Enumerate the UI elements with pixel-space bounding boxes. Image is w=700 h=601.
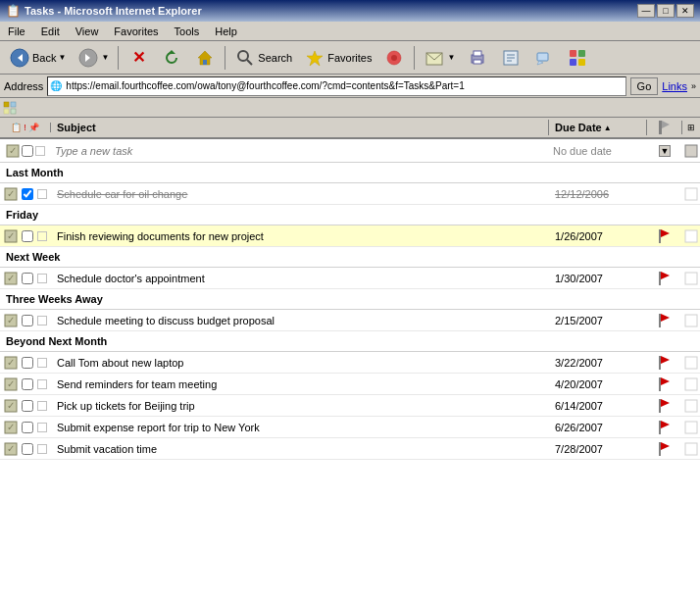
svg-rect-55 bbox=[659, 356, 661, 370]
task-checkbox[interactable] bbox=[22, 315, 33, 326]
edit-button[interactable] bbox=[495, 45, 526, 71]
new-task-extra[interactable] bbox=[682, 144, 700, 158]
forward-button[interactable]: ▼ bbox=[73, 45, 114, 71]
task-subject: Send reminders for team meeting bbox=[51, 378, 549, 390]
go-button[interactable]: Go bbox=[630, 77, 659, 95]
task-flag[interactable] bbox=[647, 421, 682, 434]
task-row[interactable]: ✓ Schedule doctor's appointment1/30/2007 bbox=[0, 268, 700, 289]
task-flag[interactable] bbox=[647, 356, 682, 370]
svg-rect-50 bbox=[659, 314, 661, 327]
task-row[interactable]: ✓ Submit vacation time7/28/2007 bbox=[0, 438, 700, 460]
task-checkbox[interactable] bbox=[22, 443, 33, 455]
back-button[interactable]: Back ▼ bbox=[4, 45, 71, 71]
svg-marker-4 bbox=[168, 50, 175, 54]
favorites-button[interactable]: Favorites bbox=[299, 45, 376, 71]
task-list: Last Month ✓ Schedule car for oil change… bbox=[0, 163, 700, 601]
maximize-button[interactable]: □ bbox=[657, 4, 675, 18]
task-row[interactable]: ✓ Call Tom about new laptop3/22/2007 bbox=[0, 352, 700, 374]
tb-extra-2[interactable] bbox=[562, 45, 593, 71]
task-flag[interactable] bbox=[647, 442, 682, 456]
task-priority-flag bbox=[37, 189, 47, 199]
menu-view[interactable]: View bbox=[72, 25, 103, 38]
minimize-button[interactable]: — bbox=[637, 4, 655, 18]
task-flag[interactable] bbox=[647, 272, 682, 285]
th-subject[interactable]: Subject bbox=[51, 120, 549, 135]
task-row[interactable]: ✓ Schedule car for oil change12/12/2006 bbox=[0, 183, 700, 205]
svg-marker-71 bbox=[661, 421, 670, 428]
task-row[interactable]: ✓ Submit expense report for trip to New … bbox=[0, 417, 700, 438]
task-row[interactable]: ✓ Schedule meeting to discuss budget pro… bbox=[0, 310, 700, 331]
task-type-icon: ✓ bbox=[4, 229, 18, 243]
svg-text:✓: ✓ bbox=[7, 357, 15, 368]
stop-button[interactable]: ✕ bbox=[123, 45, 154, 71]
new-task-input[interactable] bbox=[51, 145, 549, 157]
window-title: Tasks - Microsoft Internet Explorer bbox=[25, 5, 202, 17]
sort-icon: ▲ bbox=[604, 124, 612, 132]
task-type-icon: ✓ bbox=[4, 272, 18, 285]
menu-help[interactable]: Help bbox=[211, 25, 241, 38]
task-extra bbox=[682, 314, 700, 327]
mail-button[interactable]: ▼ bbox=[419, 45, 460, 71]
refresh-button[interactable] bbox=[156, 45, 187, 71]
task-duedate: 12/12/2006 bbox=[549, 188, 647, 200]
task-flag[interactable] bbox=[647, 377, 682, 391]
th-duedate[interactable]: Due Date ▲ bbox=[549, 120, 647, 135]
menu-file[interactable]: File bbox=[4, 25, 29, 38]
task-extra bbox=[682, 442, 700, 456]
task-row[interactable]: ✓ Finish reviewing documents for new pro… bbox=[0, 225, 700, 247]
menu-favorites[interactable]: Favorites bbox=[110, 25, 162, 38]
task-row[interactable]: ✓ Pick up tickets for Beijing trip6/14/2… bbox=[0, 395, 700, 417]
task-flag[interactable] bbox=[647, 314, 682, 327]
view-icon[interactable] bbox=[2, 100, 18, 116]
task-subject: Schedule doctor's appointment bbox=[51, 273, 549, 284]
task-checkbox[interactable] bbox=[22, 422, 33, 433]
new-task-flag bbox=[35, 146, 45, 156]
task-priority-flag bbox=[37, 274, 47, 283]
flag-icon bbox=[659, 314, 671, 327]
tb-extra-1[interactable] bbox=[528, 45, 560, 71]
task-duedate: 4/20/2007 bbox=[549, 378, 647, 390]
task-checkbox[interactable] bbox=[22, 273, 33, 284]
media-button[interactable] bbox=[378, 45, 410, 71]
links-label[interactable]: Links bbox=[662, 80, 687, 92]
task-row[interactable]: ✓ Send reminders for team meeting4/20/20… bbox=[0, 374, 700, 395]
print-button[interactable] bbox=[462, 45, 493, 71]
task-checkbox[interactable] bbox=[22, 188, 33, 200]
new-task-dropdown[interactable]: ▼ bbox=[647, 145, 682, 157]
task-priority-flag bbox=[37, 423, 47, 432]
address-input[interactable] bbox=[64, 77, 623, 95]
task-checkbox[interactable] bbox=[22, 378, 33, 390]
home-button[interactable] bbox=[189, 45, 221, 71]
new-task-checkbox[interactable] bbox=[22, 145, 33, 157]
icon-col-1: 📋 bbox=[11, 123, 22, 132]
svg-text:✓: ✓ bbox=[7, 273, 15, 283]
task-duedate: 1/26/2007 bbox=[549, 230, 647, 242]
svg-text:✓: ✓ bbox=[7, 230, 15, 241]
group-header: Last Month bbox=[0, 163, 700, 183]
task-checkbox[interactable] bbox=[22, 357, 33, 369]
task-flag[interactable] bbox=[647, 399, 682, 413]
task-checkbox[interactable] bbox=[22, 230, 33, 242]
task-icons: ✓ bbox=[0, 187, 51, 201]
new-task-icons: ✓ bbox=[0, 144, 51, 158]
mail-icon bbox=[424, 47, 445, 69]
close-button[interactable]: ✕ bbox=[676, 4, 694, 18]
new-task-row: ✓ No due date ▼ bbox=[0, 139, 700, 163]
task-flag[interactable] bbox=[647, 229, 682, 243]
task-icons: ✓ bbox=[0, 229, 51, 243]
svg-marker-66 bbox=[661, 399, 670, 407]
task-checkbox[interactable] bbox=[22, 400, 33, 412]
svg-rect-70 bbox=[659, 421, 661, 434]
refresh-icon bbox=[161, 47, 182, 69]
menu-edit[interactable]: Edit bbox=[37, 25, 64, 38]
menu-tools[interactable]: Tools bbox=[171, 25, 204, 38]
address-bar: Address 🌐 Go Links » bbox=[0, 75, 700, 98]
home-icon bbox=[194, 47, 216, 69]
svg-rect-34 bbox=[685, 145, 697, 157]
task-extra bbox=[682, 421, 700, 434]
flag-icon bbox=[659, 356, 671, 370]
menu-bar: File Edit View Favorites Tools Help bbox=[0, 22, 700, 41]
search-button[interactable]: Search bbox=[229, 45, 297, 71]
flag-icon bbox=[659, 272, 671, 285]
task-table-header: 📋 ! 📌 Subject Due Date ▲ ⊞ bbox=[0, 118, 700, 139]
